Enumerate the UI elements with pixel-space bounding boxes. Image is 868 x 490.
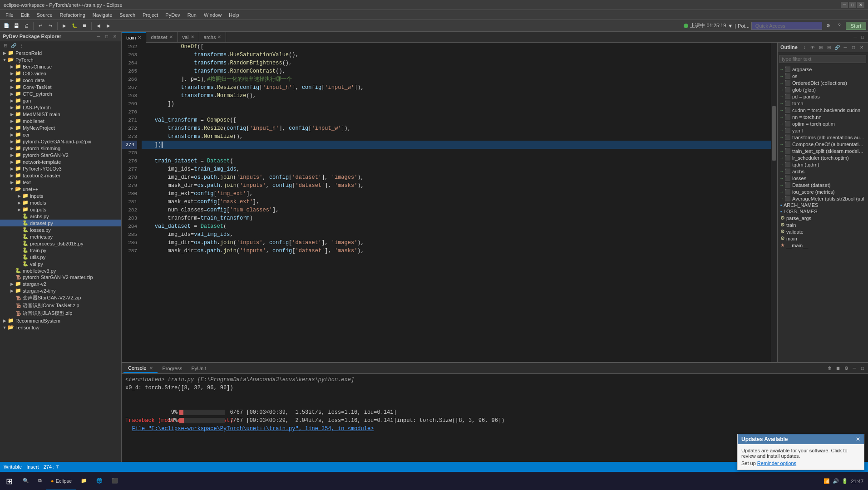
taskbar-file-explorer[interactable]: 📁 [76, 472, 92, 490]
editor-scrollbar[interactable] [771, 43, 777, 362]
tree-item-models[interactable]: ▶ 📁 models [0, 199, 121, 206]
menu-file[interactable]: File [2, 11, 17, 19]
tree-item-text[interactable]: ▶ 📁 text [0, 179, 121, 186]
outline-collapse-btn[interactable]: ⊟ [825, 44, 833, 50]
outline-item-torch[interactable]: → ⬛ torch [778, 100, 868, 107]
editor-maximize-btn[interactable]: □ [859, 34, 866, 40]
tree-item-star[interactable]: ▶ 📁 pytorch-StarGAN-V2 [0, 152, 121, 158]
code-lines[interactable]: OneOf([ transforms.HueSaturationValue(),… [140, 43, 771, 362]
sidebar-maximize-btn[interactable]: □ [103, 33, 110, 39]
tree-item-mobilenet[interactable]: ▶ 📁 mobilenet [0, 118, 121, 124]
outline-filter-input[interactable] [779, 55, 866, 63]
tree-item-bert[interactable]: ▶ 📁 Bert-Chinese [0, 63, 121, 70]
tree-item-recommend[interactable]: ▶ 📁 RecommendSystem [0, 317, 121, 324]
tab-pyunit[interactable]: PyUnit [187, 364, 210, 372]
update-close-btn[interactable]: ✕ [856, 436, 860, 442]
tree-item-starganv2-tiny[interactable]: ▶ 📁 stargan-v2-tiny [0, 287, 121, 294]
print-button[interactable]: 🖨 [22, 21, 31, 30]
code-editor[interactable]: 262 263 264 265 266 267 268 269 270 271 … [122, 43, 777, 362]
tree-item-stargan-zip[interactable]: 🗜 pytorch-StarGAN-V2-master.zip [0, 274, 121, 280]
outline-item-iou[interactable]: → ⬛ iou_score (metrics) [778, 188, 868, 195]
taskbar-eclipse[interactable]: ● Eclipse [46, 472, 76, 490]
tree-item-gan[interactable]: ▶ 📁 gan [0, 97, 121, 104]
tree-item-pytorch[interactable]: ▼ 📂 PyTorch [0, 56, 121, 63]
tree-item-ocr[interactable]: ▶ 📁 ocr [0, 131, 121, 138]
tree-item-tacotron[interactable]: ▶ 📁 tacotron2-master [0, 172, 121, 179]
outline-maximize-btn[interactable]: □ [850, 44, 857, 50]
tree-item-med[interactable]: ▶ 📁 MedMNIST-main [0, 111, 121, 118]
tab-archs-close[interactable]: ✕ [217, 34, 221, 39]
tree-item-val-py[interactable]: 🐍 val.py [0, 260, 121, 267]
tree-item-las[interactable]: ▶ 📁 LAS-Pytorch [0, 104, 121, 111]
outline-close-btn[interactable]: ✕ [858, 44, 865, 50]
sidebar-minimize-btn[interactable]: ─ [95, 33, 102, 39]
menu-window[interactable]: Window [200, 11, 225, 19]
outline-item-traintestsplit[interactable]: → ⬛ train_test_split (sklearn.model_se [778, 147, 868, 154]
menu-edit[interactable]: Edit [17, 11, 33, 19]
outline-item-archs[interactable]: → ⬛ archs [778, 168, 868, 175]
tab-train[interactable]: train ✕ [122, 32, 146, 43]
scroll-thumb[interactable] [772, 106, 776, 161]
start-menu-button[interactable]: ⊞ [0, 472, 18, 490]
menu-navigate[interactable]: Navigate [89, 11, 116, 19]
outline-link-btn[interactable]: 🔗 [833, 44, 841, 50]
taskbar-task-view[interactable]: ⧉ [34, 472, 46, 490]
tree-item-ctc[interactable]: ▶ 📁 CTC_pytorch [0, 90, 121, 97]
outline-item-transforms[interactable]: → ⬛ transforms (albumentations.augme [778, 134, 868, 141]
minimize-button[interactable]: ─ [841, 2, 848, 8]
tab-val-close[interactable]: ✕ [191, 34, 194, 39]
tree-item-yuyin-las[interactable]: 🗜 语音识别JLAS模型.zip [0, 309, 121, 317]
collapse-all-btn[interactable]: ⊟ [2, 42, 9, 49]
tree-item-inputs[interactable]: ▶ 📁 inputs [0, 192, 121, 199]
start-button[interactable]: Start [846, 22, 866, 30]
run-button[interactable]: ▶ [60, 21, 69, 30]
tree-item-slim[interactable]: ▶ 📁 pytorch-slimming [0, 145, 121, 152]
tab-archs[interactable]: archs ✕ [199, 32, 227, 43]
tree-item-template[interactable]: ▶ 📁 network-template [0, 158, 121, 165]
back-button[interactable]: ◀ [94, 21, 103, 30]
outline-item-cudnn[interactable]: → ⬛ cudnn = torch.backends.cudnn [778, 107, 868, 113]
outline-item-yaml[interactable]: → ⬛ yaml [778, 127, 868, 134]
menu-run[interactable]: Run [184, 11, 200, 19]
outline-item-losses[interactable]: → ⬛ losses [778, 175, 868, 181]
console-settings-btn[interactable]: ⚙ [843, 365, 850, 372]
outline-item-tqdm[interactable]: → ⬛ tqdm (tqdm) [778, 161, 868, 168]
outline-item-parseargs[interactable]: ⚙ parse_args [778, 215, 868, 221]
tree-item-losses-py[interactable]: 🐍 losses.py [0, 226, 121, 233]
outline-item-train-fn[interactable]: ⚙ train [778, 221, 868, 228]
debug-button[interactable]: 🐛 [70, 21, 79, 30]
menu-project[interactable]: Project [139, 11, 162, 19]
tab-console-close[interactable]: ✕ [149, 366, 153, 371]
tab-train-close[interactable]: ✕ [138, 35, 141, 40]
close-button[interactable]: ✕ [857, 2, 864, 8]
maximize-button[interactable]: □ [849, 2, 856, 8]
tree-item-tensorflow[interactable]: ▼ 📂 Tensorflow [0, 324, 121, 331]
link-editor-btn[interactable]: 🔗 [10, 42, 17, 49]
tree-item-unet[interactable]: ▼ 📂 unet++ [0, 186, 121, 192]
save-button[interactable]: 💾 [12, 21, 21, 30]
outline-item-lrscheduler[interactable]: → ⬛ lr_scheduler (torch.optim) [778, 154, 868, 161]
tree-item-mobiletv[interactable]: 🐍 mobiletvev3.py [0, 267, 121, 274]
outline-item-argparse[interactable]: → ⬛ argparse [778, 66, 868, 73]
tree-item-dataset-py[interactable]: 🐍 dataset.py [0, 220, 121, 226]
tab-val[interactable]: val ✕ [178, 32, 199, 43]
stop-button[interactable]: ⏹ [80, 21, 89, 30]
taskbar-terminal[interactable]: ⬛ [107, 472, 123, 490]
tree-item-coco[interactable]: ▶ 📁 coco-data [0, 77, 121, 83]
tree-item-starganv2[interactable]: ▶ 📁 stargan-v2 [0, 280, 121, 287]
redo-button[interactable]: ↪ [46, 21, 55, 30]
tab-dataset[interactable]: dataset ✕ [146, 32, 178, 43]
tree-item-personreid[interactable]: ▶ 📁 PersonReId [0, 49, 121, 56]
console-clear-btn[interactable]: 🗑 [826, 365, 833, 372]
menu-refactoring[interactable]: Refactoring [56, 11, 89, 19]
console-file-link-text[interactable]: File "E:\eclipse-workspace\PyTorch\unet+… [132, 426, 374, 432]
update-reminder-link[interactable]: Reminder options [757, 461, 796, 466]
quick-access-input[interactable] [751, 22, 822, 30]
outline-item-optim[interactable]: → ⬛ optim = torch.optim [778, 120, 868, 127]
taskbar-search[interactable]: 🔍 [18, 472, 34, 490]
dropdown-arrow[interactable]: ▼ [728, 23, 733, 29]
tree-item-metrics-py[interactable]: 🐍 metrics.py [0, 233, 121, 240]
outline-item-main-var[interactable]: ★ __main__ [778, 242, 868, 249]
menu-source[interactable]: Source [33, 11, 56, 19]
tree-item-cycle[interactable]: ▶ 📁 pytorch-CycleGAN-and-pix2pix [0, 138, 121, 145]
